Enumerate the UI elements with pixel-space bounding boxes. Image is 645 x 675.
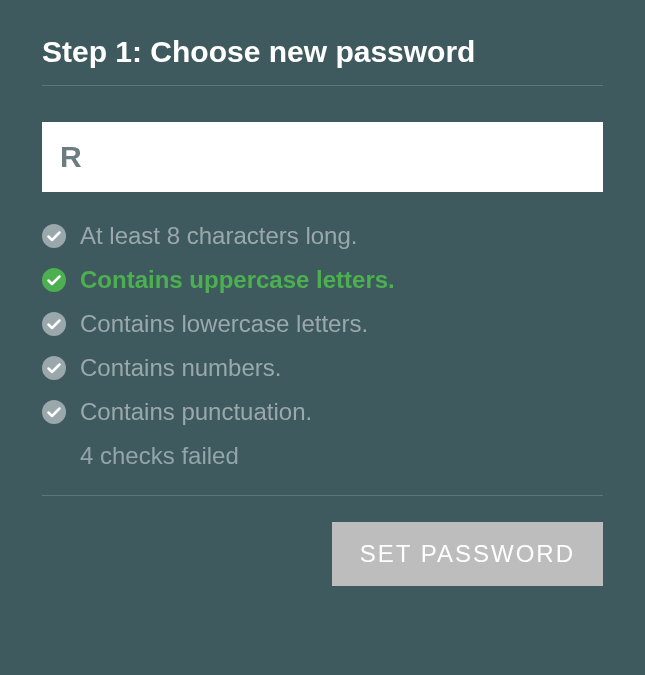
check-circle-icon: [42, 268, 66, 292]
requirement-text: Contains punctuation.: [80, 398, 312, 426]
bottom-divider: [42, 495, 603, 496]
svg-point-0: [42, 224, 66, 248]
svg-point-1: [42, 268, 66, 292]
check-circle-icon: [42, 312, 66, 336]
requirement-item: Contains punctuation.: [42, 398, 603, 426]
password-input[interactable]: [42, 122, 603, 192]
requirement-text: Contains uppercase letters.: [80, 266, 395, 294]
requirement-item: Contains lowercase letters.: [42, 310, 603, 338]
page-title: Step 1: Choose new password: [42, 35, 603, 69]
check-circle-icon: [42, 400, 66, 424]
requirement-text: Contains lowercase letters.: [80, 310, 368, 338]
svg-point-4: [42, 400, 66, 424]
svg-point-2: [42, 312, 66, 336]
requirement-text: At least 8 characters long.: [80, 222, 357, 250]
requirement-item: At least 8 characters long.: [42, 222, 603, 250]
requirement-item: Contains uppercase letters.: [42, 266, 603, 294]
title-divider: [42, 85, 603, 86]
set-password-button[interactable]: SET PASSWORD: [332, 522, 603, 586]
check-circle-icon: [42, 356, 66, 380]
checks-failed-summary: 4 checks failed: [80, 442, 603, 470]
requirement-text: Contains numbers.: [80, 354, 281, 382]
svg-point-3: [42, 356, 66, 380]
requirement-item: Contains numbers.: [42, 354, 603, 382]
requirements-list: At least 8 characters long. Contains upp…: [42, 222, 603, 426]
actions-row: SET PASSWORD: [42, 522, 603, 586]
check-circle-icon: [42, 224, 66, 248]
